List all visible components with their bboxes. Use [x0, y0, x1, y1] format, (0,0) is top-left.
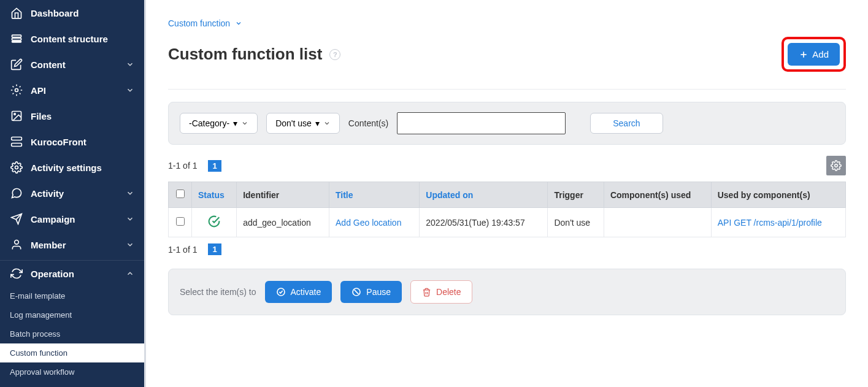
header-updated[interactable]: Updated on	[420, 182, 548, 208]
pager-top: 1-1 of 1 1	[168, 156, 846, 175]
sidebar-item-member[interactable]: Member	[0, 232, 144, 258]
refresh-icon	[10, 267, 23, 280]
status-ok-icon	[208, 215, 220, 228]
svg-rect-6	[12, 137, 22, 140]
search-button-label: Search	[613, 118, 640, 128]
svg-point-3	[15, 89, 18, 92]
sidebar-item-activity-settings[interactable]: Activity settings	[0, 155, 144, 180]
sidebar-item-label: E-mail template	[10, 291, 134, 301]
edit-icon	[10, 58, 23, 71]
header-status[interactable]: Status	[192, 182, 237, 208]
svg-point-5	[14, 113, 15, 115]
table-header-row: Status Identifier Title Updated on Trigg…	[169, 182, 846, 208]
api-icon	[10, 83, 23, 97]
sidebar-item-label: KurocoFront	[31, 137, 134, 147]
delete-button-label: Delete	[436, 287, 461, 297]
svg-rect-1	[12, 38, 21, 40]
sidebar-item-log-management[interactable]: Log management	[0, 305, 144, 324]
header-components-used: Component(s) used	[604, 182, 711, 208]
sidebar-item-content[interactable]: Content	[0, 52, 144, 77]
function-table: Status Identifier Title Updated on Trigg…	[168, 182, 846, 237]
table-row: add_geo_location Add Geo location 2022/0…	[169, 208, 846, 237]
check-circle-icon	[276, 287, 286, 297]
pager-page[interactable]: 1	[208, 160, 221, 172]
header-title[interactable]: Title	[329, 182, 420, 208]
svg-point-16	[835, 164, 838, 167]
pager-page[interactable]: 1	[208, 243, 221, 255]
layers-icon	[10, 32, 23, 45]
add-button-label: Add	[812, 49, 829, 59]
select-all-checkbox[interactable]	[176, 190, 185, 198]
breadcrumb-label: Custom function	[168, 18, 230, 28]
chevron-down-icon	[126, 86, 134, 94]
sidebar-item-label: Content structure	[31, 34, 134, 44]
search-button[interactable]: Search	[590, 113, 663, 134]
header-checkbox	[169, 182, 192, 208]
row-identifier: add_geo_location	[237, 208, 329, 237]
add-button[interactable]: Add	[788, 43, 840, 66]
svg-line-19	[355, 290, 359, 294]
row-components-used	[604, 208, 711, 237]
row-used-by-link[interactable]: API GET /rcms-api/1/profile	[718, 218, 822, 228]
sidebar-item-label: Activity settings	[31, 163, 134, 173]
main-content: Custom function Custom function list ? A…	[144, 0, 868, 387]
user-icon	[10, 238, 23, 251]
image-icon	[10, 109, 23, 123]
sidebar-item-activity[interactable]: Activity	[0, 180, 144, 206]
sidebar-item-email-template[interactable]: E-mail template	[0, 286, 144, 305]
pause-button[interactable]: Pause	[340, 281, 402, 303]
sidebar-item-api[interactable]: API	[0, 77, 144, 103]
sidebar-item-approval-workflow[interactable]: Approval workflow	[0, 362, 144, 381]
delete-button[interactable]: Delete	[410, 280, 472, 304]
chevron-down-icon	[323, 120, 331, 127]
table-settings-button[interactable]	[826, 156, 846, 175]
page-title: Custom function list ?	[168, 45, 340, 64]
category-dropdown-label: -Category-	[189, 118, 229, 128]
sidebar-item-campaign[interactable]: Campaign	[0, 206, 144, 232]
chevron-down-icon	[126, 240, 134, 249]
sidebar-item-operation[interactable]: Operation	[0, 261, 144, 286]
activate-button[interactable]: Activate	[265, 281, 332, 303]
category-dropdown[interactable]: -Category- ▾	[180, 113, 258, 134]
sidebar-item-custom-function[interactable]: Custom function	[0, 343, 144, 362]
pause-button-label: Pause	[366, 287, 391, 297]
help-icon[interactable]: ?	[329, 49, 340, 60]
sidebar-item-kurocofront[interactable]: KurocoFront	[0, 129, 144, 155]
sidebar-item-label: Operation	[31, 269, 126, 279]
sidebar-item-batch-process[interactable]: Batch process	[0, 324, 144, 343]
caret-down-icon: ▾	[233, 118, 237, 128]
sidebar-item-dashboard[interactable]: Dashboard	[0, 0, 144, 26]
use-dropdown-label: Don't use	[275, 118, 312, 128]
sidebar-item-content-structure[interactable]: Content structure	[0, 26, 144, 52]
sidebar-item-label: Content	[31, 59, 126, 70]
sidebar-item-label: Custom function	[10, 348, 134, 358]
svg-point-10	[15, 166, 18, 169]
chevron-down-icon	[126, 189, 134, 197]
row-checkbox[interactable]	[176, 217, 185, 226]
bulk-actions-panel: Select the item(s) to Activate Pause	[168, 269, 846, 315]
row-updated: 2022/05/31(Tue) 19:43:57	[420, 208, 548, 237]
chevron-up-icon	[126, 269, 134, 278]
pager-text: 1-1 of 1	[168, 161, 197, 171]
svg-point-13	[15, 240, 19, 245]
svg-rect-2	[12, 41, 21, 42]
sidebar-item-label: Log management	[10, 310, 134, 320]
pager-text: 1-1 of 1	[168, 245, 197, 255]
chat-icon	[10, 186, 23, 200]
breadcrumb[interactable]: Custom function	[168, 18, 846, 28]
chevron-down-icon	[235, 20, 242, 27]
sidebar-item-label: Files	[31, 111, 134, 121]
sidebar-item-label: Campaign	[31, 214, 126, 224]
row-title-link[interactable]: Add Geo location	[336, 218, 401, 228]
contents-label: Content(s)	[348, 118, 388, 128]
search-input[interactable]	[397, 112, 566, 134]
chevron-down-icon	[126, 215, 134, 223]
chevron-down-icon	[241, 120, 248, 127]
chevron-down-icon	[126, 60, 134, 69]
sidebar-item-files[interactable]: Files	[0, 103, 144, 129]
add-button-highlight: Add	[782, 37, 846, 72]
sidebar: Dashboard Content structure Content	[0, 0, 144, 387]
bulk-prompt: Select the item(s) to	[180, 287, 256, 297]
trash-icon	[422, 288, 431, 297]
use-dropdown[interactable]: Don't use ▾	[266, 113, 340, 134]
